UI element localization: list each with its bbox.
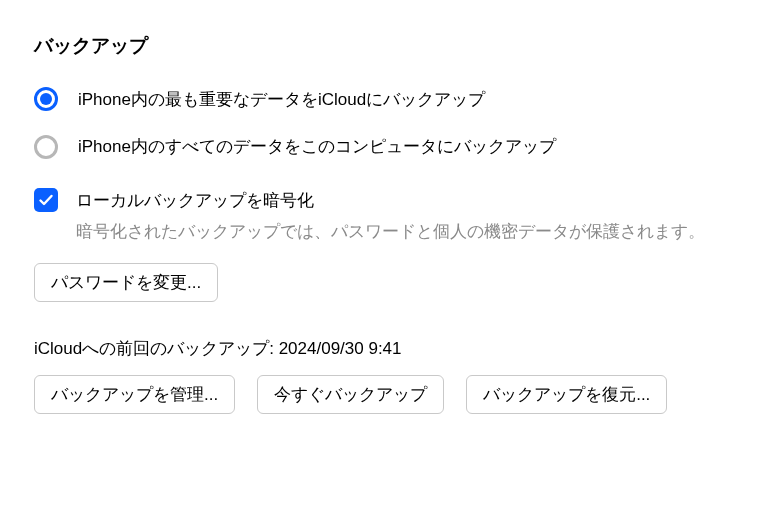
encrypt-description: 暗号化されたバックアップでは、パスワードと個人の機密データが保護されます。: [76, 219, 729, 245]
radio-option-icloud[interactable]: iPhone内の最も重要なデータをiCloudにバックアップ: [34, 87, 729, 113]
radio-label-icloud: iPhone内の最も重要なデータをiCloudにバックアップ: [78, 87, 485, 113]
backup-button-row: バックアップを管理... 今すぐバックアップ バックアップを復元...: [34, 375, 729, 414]
encrypt-checkbox-row: ローカルバックアップを暗号化 暗号化されたバックアップでは、パスワードと個人の機…: [34, 188, 729, 245]
change-password-row: パスワードを変更...: [34, 263, 729, 302]
radio-label-local: iPhone内のすべてのデータをこのコンピュータにバックアップ: [78, 134, 556, 160]
restore-backup-button[interactable]: バックアップを復元...: [466, 375, 667, 414]
checkmark-icon: [38, 192, 54, 208]
last-backup-text: iCloudへの前回のバックアップ: 2024/09/30 9:41: [34, 336, 729, 362]
radio-option-local[interactable]: iPhone内のすべてのデータをこのコンピュータにバックアップ: [34, 134, 729, 160]
encrypt-label: ローカルバックアップを暗号化: [76, 188, 729, 214]
backup-now-button[interactable]: 今すぐバックアップ: [257, 375, 444, 414]
encrypt-checkbox[interactable]: [34, 188, 58, 212]
manage-backups-button[interactable]: バックアップを管理...: [34, 375, 235, 414]
section-title: バックアップ: [34, 32, 729, 61]
radio-icon-selected: [34, 87, 58, 111]
change-password-button[interactable]: パスワードを変更...: [34, 263, 218, 302]
radio-icon-unselected: [34, 135, 58, 159]
encrypt-content: ローカルバックアップを暗号化 暗号化されたバックアップでは、パスワードと個人の機…: [76, 188, 729, 245]
